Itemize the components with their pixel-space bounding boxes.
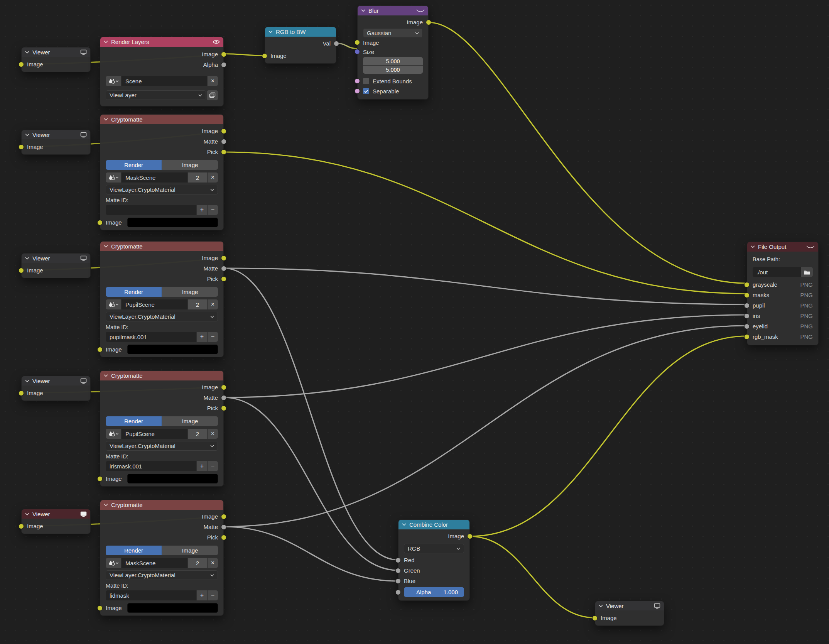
crypto-layer-dropdown[interactable]: ViewLayer.CryptoMaterial — [106, 312, 218, 321]
collapse-chevron-icon[interactable] — [25, 380, 29, 382]
pupil-input-socket[interactable] — [744, 303, 750, 308]
render-toggle-button[interactable]: Render — [106, 287, 162, 297]
unlink-scene-button[interactable]: × — [208, 558, 218, 568]
matte-id-field[interactable]: irismask.001 — [106, 461, 196, 471]
grayscale-input-socket[interactable] — [744, 282, 750, 287]
wire-rgbtobw-to-blur[interactable] — [336, 43, 357, 49]
matte-output-socket[interactable] — [221, 266, 226, 271]
user-count-badge[interactable]: 2 — [188, 558, 207, 568]
pick-output-socket[interactable] — [221, 535, 226, 540]
matte-output-socket[interactable] — [221, 395, 226, 401]
matte-id-field[interactable]: lidmask — [106, 590, 196, 600]
collapse-chevron-icon[interactable] — [104, 374, 108, 377]
node-header[interactable]: Viewer — [22, 47, 90, 57]
image-input-socket[interactable] — [19, 390, 24, 396]
node-header[interactable]: Cryptomatte — [100, 242, 223, 251]
matte-id-field[interactable] — [106, 205, 196, 215]
separable-socket[interactable] — [355, 88, 360, 94]
node-header[interactable]: Viewer — [595, 601, 664, 610]
add-matte-button[interactable]: + — [197, 332, 207, 342]
user-count-badge[interactable]: 2 — [188, 429, 207, 439]
wire-crypto4matte-to-blue[interactable] — [224, 527, 398, 581]
collapse-chevron-icon[interactable] — [104, 504, 108, 506]
user-count-badge[interactable]: 2 — [188, 299, 207, 309]
size-x-field[interactable]: 5.000 — [363, 57, 423, 65]
image-toggle-button[interactable]: Image — [162, 160, 218, 170]
scene-name-field[interactable]: PupilScene — [122, 299, 187, 309]
red-input-socket[interactable] — [395, 558, 401, 563]
masks-input-socket[interactable] — [744, 292, 750, 298]
node-header[interactable]: RGB to BW — [265, 27, 336, 37]
image-toggle-button[interactable]: Image — [162, 287, 218, 297]
unlink-scene-button[interactable]: × — [208, 429, 218, 439]
render-toggle-button[interactable]: Render — [106, 160, 162, 170]
node-header[interactable]: Combine Color — [398, 520, 469, 529]
render-toggle-button[interactable]: Render — [106, 546, 162, 555]
node-header[interactable]: Viewer — [22, 376, 90, 385]
image-output-socket[interactable] — [467, 534, 473, 539]
wire-crypto2matte-to-pupil[interactable] — [224, 268, 747, 304]
image-output-socket[interactable] — [221, 128, 226, 134]
image-input-socket[interactable] — [355, 40, 360, 45]
image-color-swatch[interactable] — [127, 603, 218, 613]
node-header[interactable]: Viewer — [22, 254, 90, 263]
base-path-field[interactable]: ./out — [753, 267, 801, 277]
image-input-socket[interactable] — [592, 615, 598, 621]
hidden-sockets-chevron-icon[interactable] — [806, 245, 815, 248]
wire-blur-to-grayscale[interactable] — [429, 22, 747, 283]
viewer-node-2[interactable]: Viewer Image — [21, 130, 91, 155]
scene-name-field[interactable]: Scene — [122, 76, 207, 86]
image-input-socket[interactable] — [19, 62, 24, 67]
image-input-socket[interactable] — [97, 476, 103, 482]
image-toggle-button[interactable]: Image — [162, 546, 218, 555]
collapse-chevron-icon[interactable] — [25, 513, 29, 516]
scene-picker-button[interactable] — [106, 429, 121, 439]
alpha-slider[interactable]: Alpha 1.000 — [404, 587, 464, 597]
add-matte-button[interactable]: + — [197, 205, 207, 215]
add-matte-button[interactable]: + — [197, 590, 207, 600]
add-matte-button[interactable]: + — [197, 461, 207, 471]
val-output-socket[interactable] — [334, 41, 339, 46]
node-header[interactable]: Blur — [358, 6, 428, 15]
node-header[interactable]: Cryptomatte — [100, 500, 223, 510]
view-layer-dropdown[interactable]: ViewLayer — [106, 90, 206, 100]
node-header[interactable]: Cryptomatte — [100, 371, 223, 380]
viewer-node-1[interactable]: Viewer Image — [21, 47, 91, 72]
viewer-node-3[interactable]: Viewer Image — [21, 253, 91, 278]
blur-node[interactable]: Blur Image Gaussian Image Size 5.000 5.0… — [357, 5, 429, 100]
image-output-socket[interactable] — [426, 20, 431, 25]
unlink-scene-button[interactable]: × — [208, 76, 218, 86]
image-color-swatch[interactable] — [127, 345, 218, 354]
new-view-layer-button[interactable] — [207, 90, 218, 100]
render-toggle-button[interactable]: Render — [106, 416, 162, 426]
collapse-chevron-icon[interactable] — [25, 257, 29, 260]
image-output-socket[interactable] — [221, 52, 226, 57]
file-output-node[interactable]: File Output Base Path: ./out grayscale P… — [747, 242, 819, 345]
image-output-socket[interactable] — [221, 514, 226, 519]
collapse-chevron-icon[interactable] — [402, 523, 406, 526]
extend-bounds-socket[interactable] — [355, 78, 360, 84]
extend-bounds-checkbox[interactable] — [363, 78, 369, 84]
combine-color-node[interactable]: Combine Color Image RGB Red Green Blue A… — [398, 519, 470, 601]
node-header[interactable]: Cryptomatte — [100, 115, 223, 124]
crypto-layer-dropdown[interactable]: ViewLayer.CryptoMaterial — [106, 441, 218, 451]
remove-matte-button[interactable]: − — [208, 205, 218, 215]
image-input-socket[interactable] — [19, 524, 24, 529]
cryptomatte-node-3[interactable]: Cryptomatte Image Matte Pick Render Imag… — [100, 370, 224, 487]
user-count-badge[interactable]: 2 — [188, 172, 207, 183]
mode-dropdown[interactable]: RGB — [404, 544, 464, 553]
collapse-chevron-icon[interactable] — [268, 30, 273, 33]
scene-picker-button[interactable] — [106, 558, 121, 568]
wire-renderlayers-to-rgbtobw[interactable] — [224, 54, 265, 56]
scene-name-field[interactable]: MaskScene — [122, 172, 187, 183]
image-output-socket[interactable] — [221, 255, 226, 261]
hidden-sockets-chevron-icon[interactable] — [416, 9, 425, 12]
node-header[interactable]: Render Layers — [100, 37, 223, 47]
image-input-socket[interactable] — [97, 605, 103, 611]
viewer-node-5-active[interactable]: Viewer Image — [21, 509, 91, 534]
collapse-chevron-icon[interactable] — [751, 245, 755, 248]
collapse-chevron-icon[interactable] — [25, 134, 29, 136]
iris-input-socket[interactable] — [744, 313, 750, 319]
image-input-socket[interactable] — [97, 347, 103, 352]
node-header[interactable]: File Output — [747, 242, 818, 252]
